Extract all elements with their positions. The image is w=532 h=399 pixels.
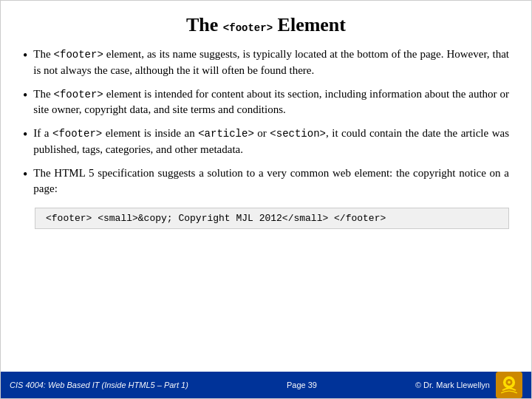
slide-header: The <footer> Element <box>1 1 531 44</box>
footer-code-1: <footer> <box>54 49 103 61</box>
footer-author: © Dr. Mark Llewellyn <box>415 381 490 389</box>
footer-code-2: <footer> <box>54 89 103 100</box>
bullet-3: • If a <footer> element is inside an <ar… <box>23 126 509 158</box>
bullet-dot-4: • <box>23 165 27 184</box>
svg-point-3 <box>508 381 511 384</box>
article-code: <article> <box>198 128 254 140</box>
bullet-dot-1: • <box>23 46 27 65</box>
bullet-text-2: The <footer> element is intended for con… <box>33 86 509 119</box>
slide-content: • The <footer> element, as its name sugg… <box>1 44 531 372</box>
footer-page: Page 39 <box>287 381 317 389</box>
bullet-text-4: The HTML 5 specification suggests a solu… <box>33 166 509 198</box>
title-suffix: Element <box>273 14 346 35</box>
footer-code-3a: <footer> <box>52 128 102 140</box>
code-block-text: <footer> <small>&copy; Copyright MJL 201… <box>46 213 386 224</box>
slide-title: The <footer> Element <box>16 14 516 36</box>
bullet-2: • The <footer> element is intended for c… <box>23 86 509 119</box>
bullet-1: • The <footer> element, as its name sugg… <box>23 47 509 79</box>
bullet-dot-3: • <box>23 125 27 144</box>
bullet-text-3: If a <footer> element is inside an <arti… <box>33 126 509 158</box>
section-code: <section> <box>270 128 326 140</box>
title-plain: The <box>186 14 223 35</box>
title-code: <footer> <box>223 22 273 34</box>
bullet-4: • The HTML 5 specification suggests a so… <box>23 166 509 198</box>
footer-course: CIS 4004: Web Based IT (Inside HTML5 – P… <box>10 381 188 389</box>
slide-footer: CIS 4004: Web Based IT (Inside HTML5 – P… <box>1 372 531 398</box>
bullet-text-1: The <footer> element, as its name sugges… <box>33 47 509 79</box>
footer-right-area: © Dr. Mark Llewellyn <box>415 372 522 398</box>
footer-logo <box>496 372 522 398</box>
bullet-dot-2: • <box>23 86 27 105</box>
slide: The <footer> Element • The <footer> elem… <box>0 0 532 399</box>
code-block: <footer> <small>&copy; Copyright MJL 201… <box>35 208 509 229</box>
